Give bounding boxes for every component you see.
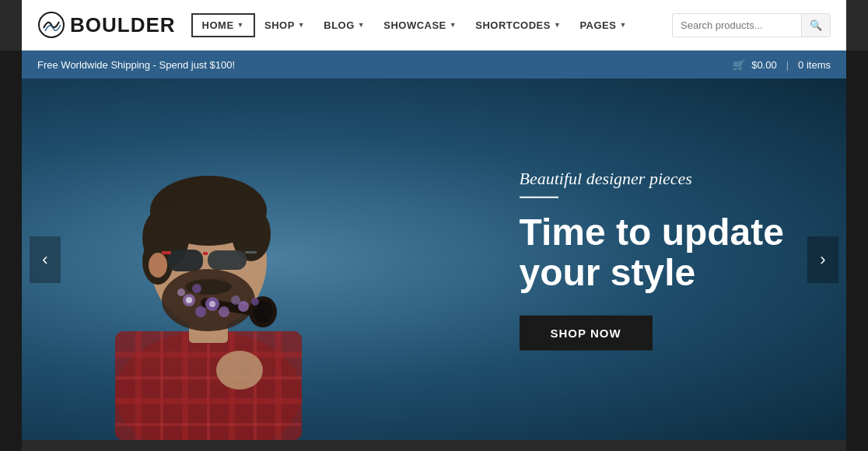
brand-name: BOULDER	[70, 13, 176, 37]
chevron-down-icon: ▼	[358, 21, 365, 29]
svg-rect-24	[162, 251, 171, 254]
hero-slider: Beautiful designer pieces Time to update…	[22, 79, 846, 440]
cart-icon: 🛒	[733, 59, 745, 71]
chevron-down-icon: ▼	[298, 21, 305, 29]
nav-item-pages[interactable]: PAGES ▼	[570, 15, 635, 36]
svg-point-39	[177, 288, 185, 296]
search-button[interactable]: 🔍	[801, 14, 830, 37]
hero-divider	[520, 196, 558, 198]
nav-item-showcase[interactable]: SHOWCASE ▼	[374, 15, 466, 36]
svg-point-38	[192, 284, 201, 293]
side-panel-right	[846, 51, 868, 451]
chevron-down-icon: ▼	[237, 21, 244, 29]
search-input[interactable]	[673, 14, 801, 37]
search-icon: 🔍	[810, 19, 822, 31]
svg-rect-25	[245, 251, 257, 253]
logo-link[interactable]: BOULDER	[37, 11, 176, 39]
nav-item-home[interactable]: HOME ▼	[191, 13, 255, 37]
shop-now-button[interactable]: Shop Now	[520, 316, 653, 351]
outer-bg: BOULDER HOME ▼ SHOP ▼ BLOG ▼ SHOWCASE	[0, 0, 868, 451]
hero-content: Beautiful designer pieces Time to update…	[520, 168, 784, 351]
cart-divider: |	[786, 59, 789, 71]
header: BOULDER HOME ▼ SHOP ▼ BLOG ▼ SHOWCASE	[22, 0, 846, 51]
cart-items-count: 0 items	[798, 59, 831, 71]
main-nav: HOME ▼ SHOP ▼ BLOG ▼ SHOWCASE ▼ SHORTCOD…	[191, 13, 672, 37]
slider-prev-button[interactable]: ‹	[30, 236, 61, 283]
hero-title: Time to update your style	[520, 212, 784, 294]
hero-image-area	[22, 79, 426, 440]
svg-point-36	[209, 301, 215, 307]
svg-point-41	[238, 301, 249, 312]
svg-point-43	[216, 351, 263, 390]
side-panel-left	[0, 51, 22, 451]
info-bar: Free Worldwide Shipping - Spend just $10…	[22, 51, 846, 79]
svg-rect-23	[208, 250, 247, 270]
svg-point-28	[185, 279, 232, 295]
svg-rect-21	[168, 250, 203, 271]
svg-point-42	[251, 298, 259, 306]
shipping-text: Free Worldwide Shipping - Spend just $10…	[37, 59, 235, 71]
main-container: BOULDER HOME ▼ SHOP ▼ BLOG ▼ SHOWCASE	[22, 0, 846, 440]
nav-item-shortcodes[interactable]: SHORTCODES ▼	[466, 15, 570, 36]
chevron-down-icon: ▼	[619, 21, 626, 29]
search-area: 🔍	[672, 13, 831, 37]
nav-item-shop[interactable]: SHOP ▼	[255, 15, 314, 36]
logo-icon	[37, 11, 65, 39]
chevron-left-icon: ‹	[42, 250, 47, 270]
svg-rect-22	[203, 252, 208, 255]
cart-total: $0.00	[751, 59, 777, 71]
chevron-down-icon: ▼	[450, 21, 457, 29]
svg-point-37	[219, 306, 229, 317]
slider-next-button[interactable]: ›	[807, 236, 838, 283]
svg-point-33	[186, 297, 192, 303]
chevron-down-icon: ▼	[554, 21, 561, 29]
svg-point-34	[195, 306, 206, 317]
svg-point-20	[149, 253, 167, 278]
hero-person-illustration	[37, 82, 395, 440]
hero-subtitle: Beautiful designer pieces	[520, 168, 784, 188]
cart-area[interactable]: 🛒 $0.00 | 0 items	[733, 59, 831, 71]
nav-item-blog[interactable]: BLOG ▼	[314, 15, 374, 36]
chevron-right-icon: ›	[820, 250, 825, 270]
